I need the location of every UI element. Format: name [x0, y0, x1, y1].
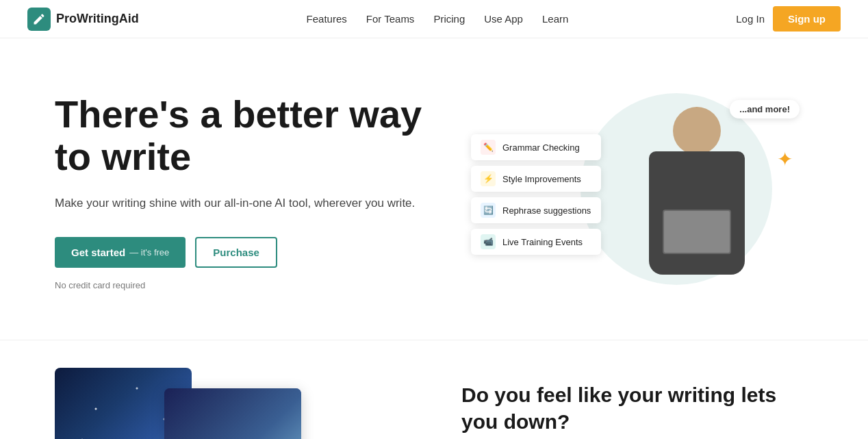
no-credit-card-text: No credit card required: [55, 280, 424, 290]
login-button[interactable]: Log In: [736, 13, 765, 25]
navbar: ProWritingAid Features For Teams Pricing…: [0, 0, 868, 38]
hero-right: ...and more! ✦ ✏️ Grammar Checking ⚡ Sty…: [471, 79, 813, 312]
nav-item-learn[interactable]: Learn: [542, 13, 568, 25]
feature-label-grammar: Grammar Checking: [502, 142, 580, 153]
deco-plus-icon: ✦: [777, 148, 793, 171]
image-front: [164, 388, 301, 439]
rephrase-icon: 🔄: [481, 203, 496, 218]
nav-item-for-teams[interactable]: For Teams: [366, 13, 415, 25]
hero-left: There's a better way to write Make your …: [55, 79, 424, 290]
hero-section: There's a better way to write Make your …: [0, 38, 868, 340]
signup-button[interactable]: Sign up: [773, 6, 841, 32]
style-icon: ⚡: [481, 171, 496, 186]
person-illustration: [622, 107, 772, 312]
section-two: My idea in my head Do you feel like your…: [0, 340, 868, 439]
nav-actions: Log In Sign up: [736, 6, 841, 32]
feature-cards: ✏️ Grammar Checking ⚡ Style Improvements…: [471, 134, 601, 255]
grammar-icon: ✏️: [481, 140, 496, 155]
hero-buttons: Get started — it's free Purchase: [55, 237, 424, 268]
get-started-button[interactable]: Get started — it's free: [55, 237, 186, 268]
nav-item-pricing[interactable]: Pricing: [433, 13, 465, 25]
nav-item-use-app[interactable]: Use App: [484, 13, 523, 25]
hero-title: There's a better way to write: [55, 93, 424, 177]
image-stack: My idea in my head: [55, 368, 301, 439]
hero-subtitle: Make your writing shine with our all-in-…: [55, 194, 424, 212]
section-two-left: My idea in my head: [55, 368, 407, 439]
logo-icon: [27, 8, 51, 31]
training-icon: 📹: [481, 234, 496, 249]
feature-label-style: Style Improvements: [502, 174, 581, 184]
nav-item-features[interactable]: Features: [307, 13, 347, 25]
purchase-button[interactable]: Purchase: [195, 237, 277, 268]
section-two-title: Do you feel like your writing lets you d…: [461, 381, 813, 435]
section-two-right: Do you feel like your writing lets you d…: [461, 368, 813, 439]
feature-label-training: Live Training Events: [502, 237, 583, 247]
feature-card-rephrase: 🔄 Rephrase suggestions: [471, 197, 601, 223]
feature-card-style: ⚡ Style Improvements: [471, 166, 601, 192]
nav-links: Features For Teams Pricing Use App Learn: [307, 13, 569, 25]
logo-text: ProWritingAid: [56, 12, 139, 26]
hero-illustration: ...and more! ✦ ✏️ Grammar Checking ⚡ Sty…: [471, 79, 813, 312]
feature-label-rephrase: Rephrase suggestions: [502, 205, 591, 216]
feature-card-training: 📹 Live Training Events: [471, 229, 601, 255]
logo-area[interactable]: ProWritingAid: [27, 8, 139, 31]
feature-card-grammar: ✏️ Grammar Checking: [471, 134, 601, 160]
